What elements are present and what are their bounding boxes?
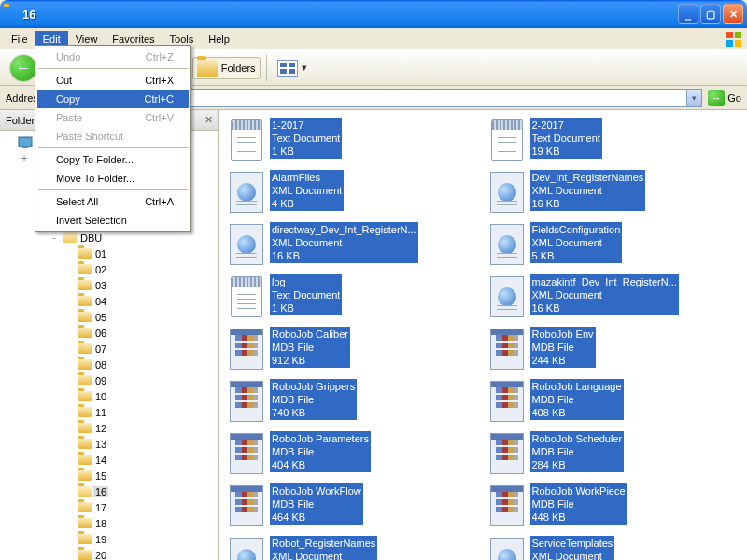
file-mdb-icon (487, 431, 527, 476)
file-xml-icon (487, 170, 527, 215)
file-item[interactable]: RoboJob SchedulerMDB File284 KB (487, 431, 740, 482)
tree-node-12[interactable]: 12 (2, 420, 217, 436)
file-name: RoboJob Language (532, 380, 622, 393)
menu-help[interactable]: Help (201, 31, 237, 48)
file-mdb-icon (487, 327, 527, 371)
tree-node-07[interactable]: 07 (2, 341, 217, 357)
folders-button[interactable]: Folders (192, 57, 261, 79)
edit-menu-copy[interactable]: CopyCtrl+C (37, 90, 189, 108)
tree-node-06[interactable]: 06 (2, 325, 217, 341)
file-item[interactable]: RoboJob WorkFlowMDB File464 KB (227, 483, 480, 534)
tree-node-15[interactable]: 15 (2, 468, 217, 483)
file-list[interactable]: 1-2017Text Document1 KB2-2017Text Docume… (219, 110, 747, 560)
file-type: MDB File (532, 497, 626, 511)
views-button[interactable]: ▾ (273, 57, 316, 79)
file-txt-icon (227, 274, 266, 319)
file-txt-icon (487, 118, 527, 162)
tree-node-01[interactable]: 01 (2, 245, 217, 261)
file-item[interactable]: RoboJob WorkPieceMDB File448 KB (487, 483, 740, 534)
file-type: MDB File (272, 497, 361, 511)
file-item[interactable]: RoboJob CaliberMDB File912 KB (227, 327, 480, 377)
tree-node-14[interactable]: 14 (2, 452, 217, 468)
tree-node-02[interactable]: 02 (2, 261, 217, 277)
address-dropdown-icon[interactable]: ▾ (686, 90, 701, 106)
edit-menu-invert-selection[interactable]: Invert Selection (37, 211, 189, 230)
file-xml-icon (227, 222, 266, 267)
file-item[interactable]: RoboJob LanguageMDB File408 KB (487, 379, 740, 429)
file-size: 448 KB (532, 511, 626, 524)
tree-node-10[interactable]: 10 (2, 388, 217, 404)
folders-pane-close[interactable]: ✕ (204, 114, 213, 126)
file-xml-icon (227, 536, 266, 560)
tree-node-16[interactable]: 16 (2, 483, 217, 499)
minimize-button[interactable]: ‗ (678, 4, 698, 24)
file-item[interactable]: mazakintf_Dev_Int_RegisterN...XML Docume… (487, 274, 740, 325)
file-mdb-icon (227, 327, 266, 371)
file-mdb-icon (227, 431, 266, 476)
file-size: 1 KB (272, 145, 340, 158)
file-item[interactable]: 2-2017Text Document19 KB (487, 118, 740, 168)
file-size: 284 KB (532, 458, 623, 471)
svg-rect-2 (726, 40, 733, 47)
file-item[interactable]: directway_Dev_Int_RegisterN...XML Docume… (227, 222, 480, 273)
svg-rect-1 (735, 32, 741, 38)
file-name: RoboJob Scheduler (532, 432, 623, 445)
file-item[interactable]: RoboJob GrippersMDB File740 KB (227, 379, 480, 429)
folders-icon (197, 60, 218, 77)
file-item[interactable]: logText Document1 KB (227, 274, 480, 325)
file-item[interactable]: RoboJob ParametersMDB File404 KB (227, 431, 480, 482)
tree-node-18[interactable]: 18 (2, 515, 217, 531)
file-type: XML Document (532, 236, 621, 249)
file-item[interactable]: RoboJob EnvMDB File244 KB (487, 327, 740, 377)
edit-menu-select-all[interactable]: Select AllCtrl+A (37, 192, 189, 211)
file-type: MDB File (532, 445, 623, 458)
tree-node-05[interactable]: 05 (2, 309, 217, 325)
file-type: XML Document (532, 184, 644, 197)
tree-node-13[interactable]: 13 (2, 436, 217, 452)
file-name: directway_Dev_Int_RegisterN... (272, 223, 416, 236)
file-item[interactable]: FieldsConfigurationXML Document5 KB (487, 222, 740, 273)
edit-menu-paste: PasteCtrl+V (37, 108, 189, 127)
tree-node-08[interactable]: 08 (2, 357, 217, 372)
close-button[interactable]: ✕ (723, 4, 743, 24)
file-name: ServiceTemplates (532, 537, 613, 550)
tree-node-19[interactable]: 19 (2, 531, 217, 547)
file-item[interactable]: ServiceTemplatesXML Document16 KB (487, 536, 740, 560)
file-type: Text Document (272, 132, 340, 145)
file-type: XML Document (532, 550, 613, 560)
edit-menu-dropdown: UndoCtrl+ZCutCtrl+XCopyCtrl+CPasteCtrl+V… (35, 45, 191, 232)
file-xml-icon (487, 274, 527, 319)
svg-rect-0 (726, 32, 733, 38)
title-bar: 16 ‗ ▢ ✕ (0, 0, 747, 28)
file-size: 464 KB (272, 511, 361, 524)
file-item[interactable]: 1-2017Text Document1 KB (227, 118, 480, 168)
edit-menu-cut[interactable]: CutCtrl+X (37, 71, 189, 90)
edit-menu-move-to-folder-[interactable]: Move To Folder... (37, 169, 189, 188)
tree-node-17[interactable]: 17 (2, 499, 217, 515)
file-mdb-icon (487, 483, 527, 528)
maximize-button[interactable]: ▢ (700, 4, 721, 24)
tree-node-03[interactable]: 03 (2, 277, 217, 293)
file-type: MDB File (272, 341, 348, 354)
file-type: Text Document (532, 132, 600, 145)
file-name: RoboJob WorkFlow (272, 484, 361, 497)
file-name: RoboJob Caliber (272, 328, 348, 341)
file-type: XML Document (272, 550, 375, 560)
file-item[interactable]: Dev_Int_RegisterNamesXML Document16 KB (487, 170, 740, 220)
tree-node-09[interactable]: 09 (2, 372, 217, 388)
go-button[interactable]: → Go (708, 90, 741, 106)
edit-menu-paste-shortcut: Paste Shortcut (37, 127, 189, 146)
edit-menu-copy-to-folder-[interactable]: Copy To Folder... (37, 150, 189, 169)
file-item[interactable]: Robot_RegisterNamesXML Document16 KB (227, 536, 480, 560)
tree-node-04[interactable]: 04 (2, 293, 217, 309)
tree-node-11[interactable]: 11 (2, 404, 217, 420)
file-name: FieldsConfiguration (532, 223, 621, 236)
menu-file[interactable]: File (4, 31, 35, 48)
tree-node-20[interactable]: 20 (2, 547, 217, 560)
svg-rect-3 (735, 40, 741, 47)
file-size: 408 KB (532, 406, 622, 419)
file-name: RoboJob Parameters (272, 432, 369, 445)
file-xml-icon (487, 222, 527, 267)
file-item[interactable]: AlarmFilesXML Document4 KB (227, 170, 480, 220)
file-name: AlarmFiles (272, 171, 342, 184)
